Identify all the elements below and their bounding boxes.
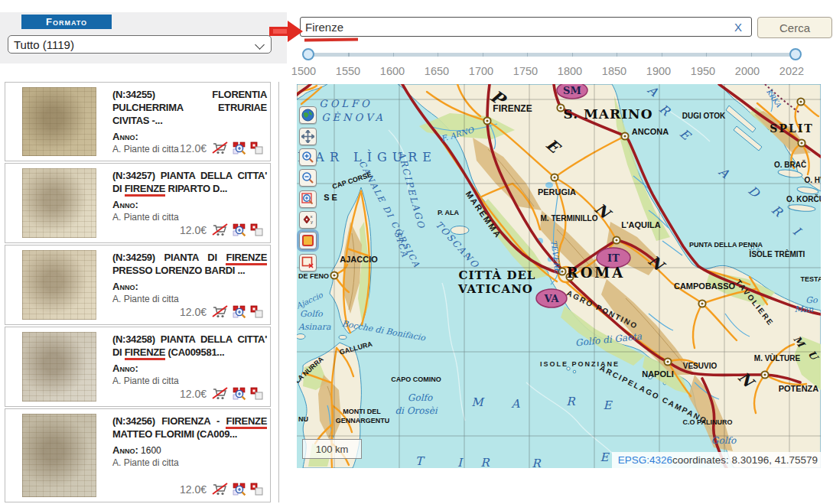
catalog-map-page: Formato Tutto (1119) X Cerca 15001550 16… — [0, 0, 833, 504]
result-card[interactable]: (N:34258) PIANTA DELLA CITTA' DI FIRENZE… — [5, 327, 271, 407]
annotation-underline — [304, 37, 358, 41]
road-junction-dot — [559, 106, 561, 109]
map-label: di Orosèi — [395, 405, 438, 416]
result-title: (N:34255) FLORENTIA PULCHERRIMA ETRURIAE… — [112, 88, 267, 127]
year-range-track[interactable] — [304, 53, 799, 57]
result-card[interactable]: (N:34257) PIANTA DELLA CITTA' DI FIRENZE… — [5, 163, 271, 243]
result-card[interactable]: (N:34255) FLORENTIA PULCHERRIMA ETRURIAE… — [5, 82, 271, 161]
map-label: Golfo — [408, 392, 433, 403]
zoom-to-map-icon[interactable] — [233, 483, 246, 496]
layers-icon[interactable] — [250, 387, 264, 401]
format-select[interactable]: Tutto (1119) — [8, 35, 272, 54]
result-category: A. Piante di citta — [112, 212, 267, 223]
map-label: Man — [795, 304, 815, 314]
country-code-label: SM — [563, 85, 581, 96]
xy-coordinates-icon: xy — [301, 213, 314, 226]
layers-icon[interactable] — [250, 223, 264, 237]
pan-arrows-icon — [301, 130, 314, 143]
annotation-underline: FIRENZE — [226, 415, 267, 429]
annotation-arrow-icon — [268, 19, 304, 44]
zoom-world-button[interactable] — [299, 106, 317, 124]
result-card[interactable]: (N:34259) PIANTA DI FIRENZE PRESSO LOREN… — [5, 245, 271, 325]
scale-label: 100 km — [316, 444, 349, 455]
map-viewport[interactable]: SMITVA GOLFOGÈNOVAMAR LÌGURECANALE DI CÒ… — [297, 84, 821, 468]
zoom-in-button[interactable] — [299, 148, 317, 166]
map-label: R — [566, 395, 576, 408]
layers-icon[interactable] — [250, 305, 264, 319]
road-junction-dot — [553, 176, 555, 178]
zoom-to-map-icon[interactable] — [233, 305, 246, 319]
map-label: A — [511, 397, 521, 411]
road-junction-dot — [623, 135, 626, 137]
cart-disabled-icon[interactable] — [212, 305, 229, 319]
result-card[interactable]: (N:34256) FIORENZA - FIRENZE MATTEO FLOR… — [5, 408, 271, 502]
map-scale-bar: 100 km — [302, 439, 362, 459]
map-label: GENNARGENTU — [336, 417, 390, 424]
result-title: (N:34257) PIANTA DELLA CITTA' DI FIRENZE… — [112, 169, 267, 195]
map-label: M. VÙLTURE — [754, 353, 801, 363]
map-thumbnail[interactable] — [22, 87, 96, 156]
road-junction-dot — [800, 141, 802, 144]
annotation-underline: FIRENZE — [125, 346, 166, 360]
map-label: P. ALA — [438, 209, 460, 216]
search-input[interactable] — [300, 17, 752, 37]
map-label: PERUGIA — [538, 187, 576, 197]
select-extent-button[interactable] — [299, 232, 317, 249]
layers-icon[interactable] — [250, 141, 264, 155]
year-range-handle-end[interactable] — [789, 48, 802, 60]
zoom-to-map-icon[interactable] — [233, 387, 246, 401]
map-label: DUGI OTOK — [682, 112, 726, 120]
result-category: A. Piante di citta — [112, 457, 267, 468]
layers-icon[interactable] — [250, 483, 264, 496]
search-button[interactable]: Cerca — [757, 17, 832, 38]
map-label: O. BRAČ — [774, 160, 806, 169]
zoom-to-map-icon[interactable] — [233, 141, 246, 155]
map-label: S E — [324, 193, 337, 202]
result-category: A. Piante di citta — [112, 294, 267, 304]
epsg-link[interactable]: EPSG:4326 — [618, 454, 672, 466]
annotation-underline: FIRENZE — [226, 252, 267, 265]
price-label: 12.0€ — [180, 306, 207, 318]
map-label: R — [480, 456, 490, 468]
result-title: (N:34258) PIANTA DELLA CITTA' DI FIRENZE… — [112, 333, 267, 359]
road-junction-dot — [799, 100, 802, 102]
map-label: ÌSOLE TRÈMITI — [749, 249, 805, 259]
globe-icon — [301, 109, 314, 122]
map-thumbnail[interactable] — [22, 414, 96, 497]
price-label: 12.0€ — [180, 142, 207, 154]
pan-button[interactable] — [299, 128, 317, 145]
annotation-underline: FIRENZE — [125, 183, 166, 197]
map-label: O. KORČUL — [786, 194, 821, 203]
map-label: Golfo — [300, 309, 324, 319]
map-label: Asinara — [298, 322, 331, 332]
map-label: AJACCIO — [340, 255, 378, 264]
clear-search-button[interactable]: X — [734, 21, 742, 34]
cart-disabled-icon[interactable] — [212, 387, 229, 401]
result-title: (N:34256) FIORENZA - FIRENZE MATTEO FLOR… — [112, 415, 267, 441]
cart-disabled-icon[interactable] — [212, 483, 229, 496]
year-range-handle-start[interactable] — [302, 48, 314, 60]
map-label: R — [532, 457, 542, 468]
map-label: L'AQUILA — [621, 220, 661, 229]
cart-disabled-icon[interactable] — [212, 223, 229, 237]
zoom-to-map-icon[interactable] — [233, 223, 246, 237]
clear-selection-button[interactable] — [299, 254, 317, 272]
zoom-out-button[interactable] — [299, 169, 317, 187]
cart-disabled-icon[interactable] — [212, 141, 229, 155]
map-thumbnail[interactable] — [22, 332, 96, 402]
zoom-box-button[interactable] — [299, 190, 317, 208]
map-thumbnail[interactable] — [22, 168, 96, 238]
map-label: VATICANO — [457, 282, 533, 296]
map-label: VESUVIO — [683, 362, 717, 370]
result-year: Anno: 1600 — [112, 444, 267, 456]
map-label: SPLIT — [770, 122, 813, 135]
map-label: CITTÀ DEL — [459, 268, 536, 282]
xy-coordinates-button[interactable]: xy — [299, 211, 317, 229]
price-label: 12.0€ — [180, 224, 207, 236]
map-thumbnail[interactable] — [22, 250, 96, 320]
map-label: PUNTA DELLA PENNA — [689, 241, 763, 249]
price-label: 12.0€ — [180, 483, 207, 496]
zoom-box-icon — [301, 193, 314, 206]
clear-selection-icon — [301, 256, 314, 269]
map-label: C.O PALINURO — [683, 418, 733, 426]
